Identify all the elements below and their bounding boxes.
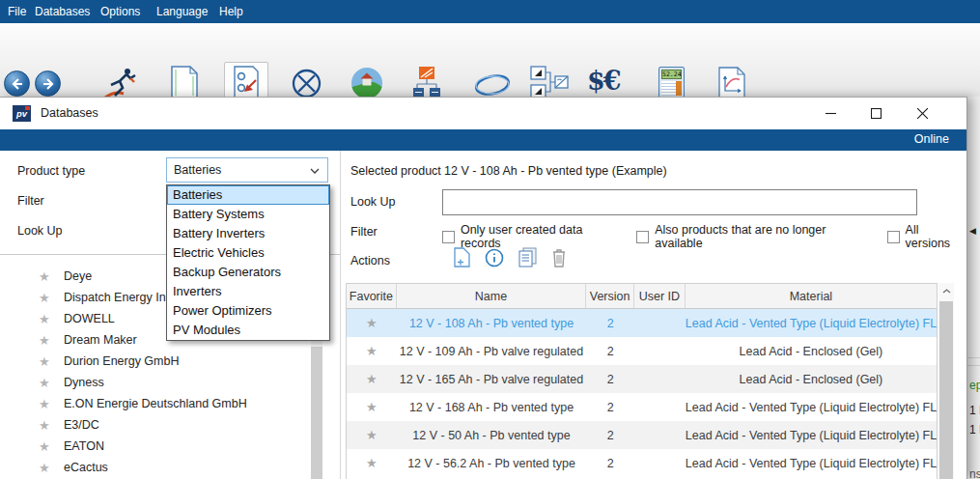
cell-name: 12 V - 108 Ah - Pb vented type xyxy=(397,317,586,330)
maximize-button[interactable] xyxy=(855,99,896,127)
manufacturer-item[interactable]: ★E.ON Energie Deutschland GmbH xyxy=(0,393,309,414)
cancel-icon[interactable] xyxy=(292,69,322,99)
dropdown-option[interactable]: Battery Systems xyxy=(167,205,329,224)
text-fragment: 1 H xyxy=(969,404,980,417)
favorite-star-icon[interactable]: ★ xyxy=(39,418,64,433)
close-button[interactable] xyxy=(902,99,942,127)
favorite-star-icon[interactable]: ★ xyxy=(39,269,64,284)
swoosh-icon[interactable] xyxy=(473,70,512,99)
favorite-star-icon[interactable]: ★ xyxy=(366,316,378,330)
3d-scene-icon[interactable] xyxy=(350,67,383,99)
minimize-button[interactable] xyxy=(810,99,851,127)
new-document-icon[interactable] xyxy=(170,66,199,99)
column-header-name[interactable]: Name xyxy=(397,284,586,308)
favorite-star-icon[interactable]: ★ xyxy=(39,439,64,454)
favorite-star-icon[interactable]: ★ xyxy=(366,372,378,386)
manufacturer-item[interactable]: ★eCactus xyxy=(0,457,309,478)
menu-help[interactable]: Help xyxy=(219,0,243,23)
actions-row xyxy=(454,247,567,268)
favorite-star-icon[interactable]: ★ xyxy=(366,400,378,414)
forward-icon[interactable] xyxy=(35,70,61,97)
filter-label-left: Filter xyxy=(17,194,44,208)
cell-material: Lead Acid - Enclosed (Gel) xyxy=(686,373,937,386)
menu-file[interactable]: File xyxy=(8,0,26,23)
dialog-title-bar[interactable]: pv Databases xyxy=(0,98,966,129)
table-row[interactable]: ★ 12 V - 108 Ah - Pb vented type 2 Lead … xyxy=(347,309,937,337)
product-type-combobox[interactable]: Batteries xyxy=(166,157,328,183)
import-data-icon xyxy=(232,66,261,101)
menu-language[interactable]: Language xyxy=(156,0,208,23)
cell-version: 2 xyxy=(586,345,634,358)
favorite-star-icon[interactable]: ★ xyxy=(366,456,378,470)
favorite-star-icon[interactable]: ★ xyxy=(366,428,378,442)
scroll-up-icon[interactable] xyxy=(938,283,954,298)
scrollbar-thumb[interactable] xyxy=(311,347,322,479)
favorite-star-icon[interactable]: ★ xyxy=(39,291,64,305)
menu-databases[interactable]: Databases xyxy=(35,0,90,23)
favorite-star-icon[interactable]: ★ xyxy=(39,354,64,369)
table-row[interactable]: ★ 12 V - 168 Ah - Pb vented type 2 Lead … xyxy=(347,393,937,421)
column-header-favorite[interactable]: Favorite xyxy=(347,284,397,308)
calculator-display: 52.24 xyxy=(661,70,682,79)
checkbox-no-longer-available[interactable]: Also products that are no longer availab… xyxy=(636,223,875,250)
menu-options[interactable]: Options xyxy=(100,0,140,23)
back-icon[interactable] xyxy=(4,70,30,97)
favorite-star-icon[interactable]: ★ xyxy=(39,376,64,390)
dropdown-option[interactable]: Electric Vehicles xyxy=(167,243,329,263)
characteristic-curve-icon[interactable] xyxy=(718,67,745,99)
cell-name: 12 V - 56.2 Ah - Pb vented type xyxy=(397,457,586,470)
column-header-version[interactable]: Version xyxy=(586,284,634,308)
dropdown-option[interactable]: Power Optimizers xyxy=(167,301,329,321)
info-icon[interactable] xyxy=(485,248,504,268)
table-row[interactable]: ★ 12 V - 165 Ah - Pb valve regulated 2 L… xyxy=(347,365,937,393)
calculator-icon[interactable]: 52.24 xyxy=(658,67,685,99)
checkbox-icon[interactable] xyxy=(442,231,455,243)
delete-icon[interactable] xyxy=(551,247,567,268)
table-row[interactable]: ★ 12 V - 50 Ah - Pb vented type 2 Lead A… xyxy=(347,421,937,449)
favorite-star-icon[interactable]: ★ xyxy=(39,333,64,348)
cell-material: Lead Acid - Vented Type (Liquid Electrol… xyxy=(686,457,937,470)
table-row[interactable]: ★ 12 V - 56.2 Ah - Pb vented type 2 Lead… xyxy=(347,449,937,477)
new-record-icon[interactable] xyxy=(454,247,470,268)
run-project-icon[interactable] xyxy=(102,66,139,100)
cell-material: Lead Acid - Enclosed (Gel) xyxy=(686,345,937,358)
table-header: Favorite Name Version User ID Material xyxy=(347,284,937,309)
dropdown-option[interactable]: Batteries xyxy=(167,185,329,205)
dropdown-option[interactable]: Battery Inverters xyxy=(167,224,329,243)
lookup-input[interactable] xyxy=(442,189,917,215)
favorite-star-icon[interactable]: ★ xyxy=(366,344,378,358)
left-arrow-fragment-icon: ◀ xyxy=(969,226,976,236)
favorite-star-icon[interactable]: ★ xyxy=(39,312,64,326)
table-row[interactable]: ★ 12 V - 109 Ah - Pb valve regulated 2 L… xyxy=(347,337,937,365)
manufacturer-item[interactable]: ★E3/DC xyxy=(0,414,309,436)
scrollbar-thumb[interactable] xyxy=(939,301,953,479)
copy-icon[interactable] xyxy=(518,247,537,268)
checkbox-icon[interactable] xyxy=(887,231,900,243)
checkbox-icon[interactable] xyxy=(636,231,649,243)
manufacturer-item[interactable]: ★Dyness xyxy=(0,372,309,393)
selected-product-label: Selected product xyxy=(350,164,441,178)
dropdown-option[interactable]: Inverters xyxy=(167,282,329,301)
cell-version: 2 xyxy=(586,373,634,386)
cell-material: Lead Acid - Vented Type (Liquid Electrol… xyxy=(686,317,937,330)
dropdown-option[interactable]: Backup Generators xyxy=(167,263,329,282)
manufacturer-item[interactable]: ★Durion Energy GmbH xyxy=(0,351,309,372)
column-header-material[interactable]: Material xyxy=(686,284,937,308)
currency-icon[interactable]: $€ xyxy=(587,66,620,96)
table-scrollbar[interactable] xyxy=(938,283,954,479)
actions-label: Actions xyxy=(350,254,390,268)
checkbox-all-versions[interactable]: All versions xyxy=(887,223,966,250)
consumers-inverter-icon[interactable] xyxy=(530,66,569,99)
dropdown-option[interactable]: PV Modules xyxy=(167,321,329,340)
system-layout-icon[interactable] xyxy=(412,66,441,99)
favorite-star-icon[interactable]: ★ xyxy=(39,461,64,475)
checkbox-user-created[interactable]: Only user created data records xyxy=(442,223,625,250)
cell-name: 12 V - 50 Ah - Pb vented type xyxy=(397,429,586,442)
favorite-star-icon[interactable]: ★ xyxy=(39,397,64,411)
filter-label-right: Filter xyxy=(350,225,378,239)
online-status: Online xyxy=(914,132,949,146)
selected-product-value: 12 V - 108 Ah - Pb vented type (Example) xyxy=(444,164,667,178)
text-fragment: ep xyxy=(969,379,980,392)
manufacturer-item[interactable]: ★EATON xyxy=(0,436,309,457)
column-header-user-id[interactable]: User ID xyxy=(634,284,686,308)
